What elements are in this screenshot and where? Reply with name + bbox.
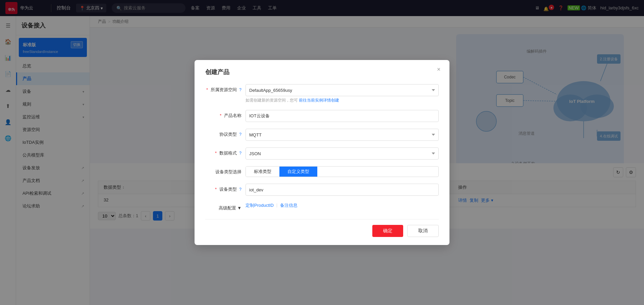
product-name-label: * 产品名称 <box>205 110 246 119</box>
help-icon[interactable]: ? <box>239 132 241 137</box>
resource-space-row: * 所属资源空间 ? DefaultApp_65659usy 如需创建新的资源空… <box>205 84 439 103</box>
standard-type-button[interactable]: 标准类型 <box>246 167 279 177</box>
required-mark: * <box>215 187 217 192</box>
required-mark: * <box>206 87 208 92</box>
advanced-config-control: 定制ProductID | 备注信息 <box>246 202 439 208</box>
device-type-toggle: 标准类型 自定义类型 <box>246 166 439 177</box>
modal-title: 创建产品 <box>205 68 439 76</box>
confirm-button[interactable]: 确定 <box>372 225 403 237</box>
custom-type-button[interactable]: 自定义类型 <box>279 167 317 177</box>
resource-space-control: DefaultApp_65659usy 如需创建新的资源空间，您可 前往当前实例… <box>246 84 439 103</box>
help-icon[interactable]: ? <box>239 87 241 92</box>
protocol-type-row: 协议类型 ? MQTT HTTP CoAP LWM2M <box>205 129 439 141</box>
required-mark: * <box>215 150 217 156</box>
advanced-config-label: 高级配置 ▼ <box>205 202 246 211</box>
help-icon[interactable]: ? <box>239 187 241 192</box>
link-separator: | <box>276 202 277 208</box>
protocol-type-select[interactable]: MQTT HTTP CoAP LWM2M <box>246 129 439 141</box>
product-name-input[interactable] <box>246 110 439 122</box>
product-name-control <box>246 110 439 122</box>
expand-arrow-icon: ▼ <box>237 205 241 210</box>
modal-footer: 确定 取消 <box>205 219 439 237</box>
modal-overlay[interactable]: 创建产品 × * 所属资源空间 ? DefaultApp_65659usy 如需… <box>0 0 644 305</box>
data-format-control: JSON 二进制码流 <box>246 147 439 160</box>
device-type-input[interactable] <box>246 184 439 196</box>
resource-space-select[interactable]: DefaultApp_65659usy <box>246 84 439 96</box>
data-format-select[interactable]: JSON 二进制码流 <box>246 147 439 160</box>
notes-link[interactable]: 备注信息 <box>280 202 298 208</box>
modal-close-button[interactable]: × <box>435 65 443 73</box>
required-mark: * <box>220 113 221 118</box>
help-icon[interactable]: ? <box>239 151 241 156</box>
product-name-row: * 产品名称 <box>205 110 439 122</box>
resource-space-label: * 所属资源空间 ? <box>205 84 246 93</box>
custom-productid-link[interactable]: 定制ProductID <box>246 202 274 208</box>
data-format-label: * 数据格式 ? <box>205 147 246 156</box>
device-type-select-row: 设备类型选择 标准类型 自定义类型 <box>205 166 439 177</box>
device-type-row: * 设备类型 ? <box>205 184 439 196</box>
data-format-row: * 数据格式 ? JSON 二进制码流 <box>205 147 439 160</box>
device-type-control <box>246 184 439 196</box>
device-type-select-label: 设备类型选择 <box>205 166 246 175</box>
protocol-type-label: 协议类型 ? <box>205 129 246 137</box>
advanced-config-row: 高级配置 ▼ 定制ProductID | 备注信息 <box>205 202 439 211</box>
resource-space-hint: 如需创建新的资源空间，您可 前往当前实例详情创建 <box>246 98 439 103</box>
device-type-select-control: 标准类型 自定义类型 <box>246 166 439 177</box>
device-type-label: * 设备类型 ? <box>205 184 246 192</box>
create-product-modal: 创建产品 × * 所属资源空间 ? DefaultApp_65659usy 如需… <box>195 60 449 245</box>
create-resource-link[interactable]: 前往当前实例详情创建 <box>299 98 339 103</box>
cancel-button[interactable]: 取消 <box>407 225 439 237</box>
advanced-links: 定制ProductID | 备注信息 <box>246 202 439 208</box>
protocol-type-control: MQTT HTTP CoAP LWM2M <box>246 129 439 141</box>
